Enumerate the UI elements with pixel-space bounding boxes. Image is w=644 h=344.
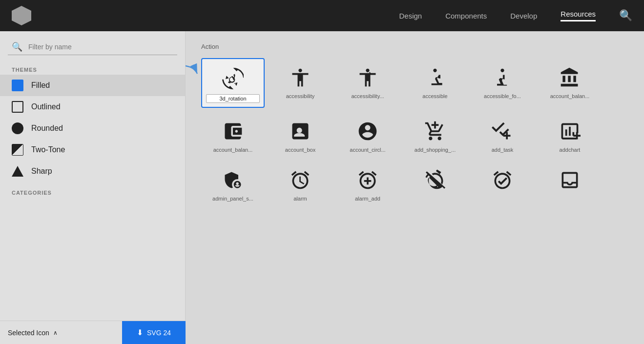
add-task-icon (491, 120, 514, 143)
icon-cell-3d-rotation[interactable]: 3d_rotation (201, 58, 265, 108)
search-input[interactable] (26, 41, 173, 53)
layout: 🔍 THEMES Filled Outlined Rounded Two-Ton… (0, 31, 644, 344)
theme-rounded[interactable]: Rounded (0, 118, 185, 139)
account-box-icon (289, 120, 312, 143)
main-content: Action (186, 31, 644, 344)
svg-point-1 (438, 76, 440, 78)
filled-icon (12, 80, 23, 91)
alarm-on-icon (491, 168, 514, 192)
accessibility-icon (289, 66, 312, 89)
icon-grid: 3d_rotation accessibility (201, 58, 628, 205)
icon-name-account-balance-wallet: account_balan... (205, 147, 261, 153)
icon-cell-account-circle[interactable]: account_circl... (336, 112, 399, 157)
icon-cell-accessibility[interactable]: accessibility (269, 58, 332, 108)
addchart-icon (558, 120, 582, 143)
selection-arrow (186, 63, 201, 82)
nav-develop[interactable]: Develop (510, 12, 537, 20)
icon-name-accessible: accessible (407, 93, 463, 99)
icon-cell-all-inbox[interactable] (538, 161, 602, 205)
rounded-icon (12, 122, 23, 134)
search-icon-small: 🔍 (12, 41, 22, 52)
icon-cell-account-box[interactable]: account_box (269, 112, 332, 157)
icon-name-account-balance: account_balan... (542, 93, 598, 99)
icon-cell-admin-panel[interactable]: admin_panel_s... (201, 161, 265, 205)
alarm-off-icon (423, 168, 447, 192)
icon-name-account-circle: account_circl... (340, 147, 395, 153)
icon-name-addchart: addchart (542, 147, 598, 153)
icon-name-admin-panel: admin_panel_s... (205, 196, 261, 202)
icon-cell-account-balance[interactable]: account_balan... (538, 58, 602, 108)
icon-name-alarm-add: alarm_add (340, 196, 395, 202)
account-balance-wallet-icon (221, 120, 245, 143)
twotone-icon (12, 144, 23, 156)
icon-cell-add-shopping-cart[interactable]: add_shopping_... (403, 112, 467, 157)
icon-cell-wrapper-3d: 3d_rotation (201, 58, 265, 108)
icon-cell-account-balance-wallet[interactable]: account_balan... (201, 112, 265, 157)
accessible-icon (423, 66, 447, 89)
search-icon[interactable]: 🔍 (619, 9, 632, 22)
theme-rounded-label: Rounded (31, 124, 63, 133)
icon-cell-alarm-off[interactable] (403, 161, 467, 205)
icon-name-accessible-forward: accessible_fo... (475, 93, 530, 99)
outlined-icon (12, 101, 23, 113)
alarm-icon (289, 168, 312, 192)
icon-name-add-shopping-cart: add_shopping_... (407, 147, 463, 153)
themes-section-title: THEMES (0, 63, 185, 75)
theme-outlined[interactable]: Outlined (0, 96, 185, 118)
sharp-icon (12, 166, 23, 177)
section-action-label: Action (201, 43, 628, 50)
selected-icon-label: Selected Icon (8, 329, 49, 337)
icon-name-accessibility-new: accessibility... (340, 93, 395, 99)
accessible-forward-icon (491, 66, 514, 89)
nav-resources[interactable]: Resources (561, 10, 596, 21)
download-icon: ⬇ (137, 328, 143, 337)
selected-icon-bar[interactable]: Selected Icon ∧ (0, 321, 122, 344)
categories-section-title: CATEGORIES (0, 186, 185, 198)
svg-download-button[interactable]: ⬇ SVG 24 (122, 321, 186, 344)
icon-name-accessibility: accessibility (272, 93, 328, 99)
top-navigation: Design Components Develop Resources 🔍 (0, 0, 644, 31)
icon-cell-accessible[interactable]: accessible (403, 58, 467, 108)
icon-cell-accessible-forward[interactable]: accessible_fo... (471, 58, 534, 108)
theme-filled[interactable]: Filled (0, 75, 185, 96)
theme-sharp-label: Sharp (31, 167, 52, 176)
chevron-up-icon: ∧ (53, 329, 58, 336)
nav-design[interactable]: Design (399, 12, 422, 20)
theme-sharp[interactable]: Sharp (0, 161, 185, 182)
icon-name-account-box: account_box (272, 147, 328, 153)
theme-filled-label: Filled (31, 81, 50, 90)
alarm-add-icon (356, 168, 379, 192)
account-balance-icon (558, 66, 582, 89)
icon-name-alarm: alarm (272, 196, 328, 202)
icon-cell-addchart[interactable]: addchart (538, 112, 602, 157)
theme-twotone[interactable]: Two-Tone (0, 139, 185, 161)
3d-rotation-icon (221, 67, 245, 90)
bottom-bar: Selected Icon ∧ ⬇ SVG 24 (0, 321, 186, 344)
svg-label: SVG 24 (147, 329, 171, 337)
icon-name-add-task: add_task (475, 147, 530, 153)
theme-outlined-label: Outlined (31, 102, 61, 111)
icon-cell-add-task[interactable]: add_task (471, 112, 534, 157)
nav-links: Design Components Develop Resources (399, 10, 596, 21)
account-circle-icon (356, 120, 379, 143)
icon-cell-alarm-on[interactable] (471, 161, 534, 205)
nav-components[interactable]: Components (445, 12, 487, 20)
icon-cell-alarm[interactable]: alarm (269, 161, 332, 205)
sidebar: 🔍 THEMES Filled Outlined Rounded Two-Ton… (0, 31, 186, 344)
add-shopping-cart-icon (423, 120, 447, 143)
icon-cell-accessibility-new[interactable]: accessibility... (336, 58, 399, 108)
all-inbox-icon (558, 168, 582, 192)
theme-twotone-label: Two-Tone (31, 145, 65, 154)
icon-name-3d-rotation: 3d_rotation (206, 94, 260, 103)
icon-cell-alarm-add[interactable]: alarm_add (336, 161, 399, 205)
search-bar[interactable]: 🔍 (8, 39, 177, 55)
admin-panel-settings-icon (221, 168, 245, 192)
logo (12, 6, 31, 25)
accessibility-new-icon (356, 66, 379, 89)
